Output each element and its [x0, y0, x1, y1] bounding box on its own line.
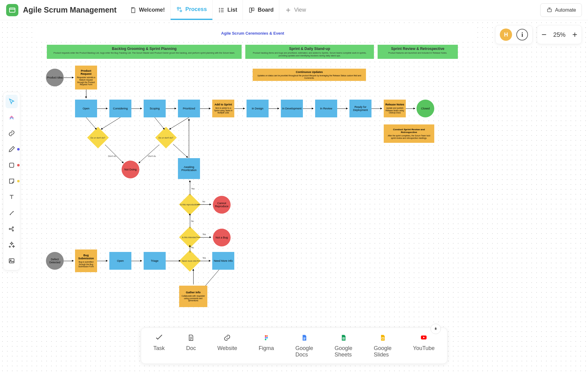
arrow	[303, 108, 313, 109]
info-button[interactable]: i	[516, 29, 528, 40]
node-open: Open	[75, 100, 97, 117]
dock-figma[interactable]: Figma	[258, 333, 274, 358]
svg-rect-0	[9, 8, 15, 12]
label-dont1: Don't do	[108, 155, 116, 157]
diagram-title: Agile Scrum Ceremonies & Event	[221, 31, 284, 36]
arrow	[166, 261, 180, 261]
svg-point-28	[265, 339, 266, 340]
node-notbug: Not a Bug	[213, 229, 231, 246]
svg-point-12	[12, 230, 13, 231]
node-in-dev: In Development	[281, 100, 303, 117]
svg-rect-13	[9, 259, 14, 263]
arrow	[190, 214, 190, 228]
tabs: Welcome! Process List Board View	[124, 0, 312, 20]
svg-point-10	[9, 228, 10, 230]
svg-point-25	[266, 335, 268, 337]
svg-line-21	[173, 144, 188, 158]
avatar[interactable]: H	[500, 29, 512, 41]
shape-tool[interactable]	[6, 158, 18, 172]
svg-line-15	[86, 117, 96, 129]
svg-rect-6	[250, 8, 251, 12]
zoom-in-button[interactable]: +	[572, 30, 577, 39]
page-title: Agile Scrum Management	[23, 6, 117, 14]
tab-add-view[interactable]: View	[279, 0, 311, 20]
svg-rect-8	[547, 9, 551, 12]
pin-button[interactable]	[430, 324, 441, 334]
label-no: No	[202, 200, 205, 203]
arrow	[198, 204, 211, 205]
zoom-value: 25%	[553, 31, 566, 38]
dock-doc[interactable]: Doc	[186, 333, 196, 358]
arrow	[269, 108, 279, 109]
dock-gsheets[interactable]: Google Sheets	[334, 333, 352, 358]
diagram-title-area: Agile Scrum Ceremonies & Event	[32, 26, 473, 40]
tab-list[interactable]: List	[213, 0, 243, 20]
node-triage: Triage	[144, 252, 166, 270]
node-awaiting: Awaiting Prioritization	[178, 158, 200, 179]
arrow	[234, 108, 245, 109]
zoom-out-button[interactable]: −	[541, 30, 546, 39]
arrow	[193, 269, 194, 284]
arrow	[131, 261, 142, 261]
svg-point-24	[265, 335, 266, 337]
automate-button[interactable]: Automate	[540, 3, 582, 17]
node-not-doing: Not Doing	[122, 161, 139, 178]
tab-welcome[interactable]: Welcome!	[124, 0, 171, 20]
dock-gdocs[interactable]: Google Docs	[295, 333, 313, 358]
task-icon	[155, 333, 163, 342]
phase-sprint: Sprint & Daily Stand-up Product backlog …	[245, 45, 374, 59]
clickup-tool[interactable]	[6, 111, 18, 124]
svg-point-27	[266, 337, 268, 339]
sticky-tool[interactable]	[6, 174, 18, 188]
arrow	[86, 89, 86, 98]
arrow	[198, 261, 210, 261]
node-cannot: Cannot Reproduce	[213, 196, 231, 214]
text-tool[interactable]	[6, 190, 18, 204]
arrow	[166, 108, 176, 109]
connector-tool[interactable]	[6, 206, 18, 220]
ai-tool[interactable]	[6, 238, 18, 252]
node-scoping: Scoping	[144, 100, 166, 117]
node-closed: Closed	[417, 100, 434, 117]
dock-website[interactable]: Website	[217, 333, 237, 358]
automate-label: Automate	[555, 7, 576, 13]
arrow	[190, 245, 190, 253]
select-tool[interactable]	[6, 95, 18, 108]
link-icon	[223, 333, 232, 342]
arrow	[64, 261, 74, 261]
label-yes3: Yes	[202, 257, 206, 259]
svg-rect-9	[9, 163, 14, 167]
image-tool[interactable]	[6, 254, 18, 268]
zoom-control: − 25% +	[537, 25, 582, 44]
arrow	[97, 261, 107, 261]
node-product-request: Product Request Requester submits a feat…	[75, 66, 97, 89]
dock-gslides[interactable]: Google Slides	[374, 333, 392, 358]
tab-board[interactable]: Board	[243, 0, 279, 20]
svg-point-4	[219, 10, 220, 10]
svg-point-3	[219, 8, 220, 9]
node-prioritized: Prioritized	[178, 100, 200, 117]
organize-tool[interactable]	[6, 222, 18, 236]
link-tool[interactable]	[6, 127, 18, 140]
node-diamond2: Do or don't do?	[155, 127, 177, 149]
arrow	[97, 108, 107, 109]
label-dont2: Don't do	[148, 155, 156, 157]
svg-point-5	[219, 11, 220, 12]
node-retro: Conduct Sprint Review and Retrospective …	[384, 124, 434, 143]
label-yes2: Yes	[202, 233, 206, 235]
canvas[interactable]: Agile Scrum Ceremonies & Event Backlog G…	[0, 20, 588, 373]
dock-youtube[interactable]: YouTube	[413, 333, 435, 358]
arrow	[200, 108, 210, 109]
node-product-idea: Product Idea	[46, 69, 64, 86]
svg-line-19	[169, 117, 189, 129]
tab-label: View	[294, 7, 306, 13]
pen-tool[interactable]	[6, 143, 18, 156]
dock-task[interactable]: Task	[153, 333, 165, 358]
node-in-design: In Design	[247, 100, 269, 117]
node-considering: Considering	[109, 100, 131, 117]
gsheets-icon	[339, 333, 348, 342]
svg-point-11	[12, 227, 13, 228]
diagram: Agile Scrum Ceremonies & Event Backlog G…	[32, 26, 473, 351]
tab-label: Welcome!	[139, 7, 165, 13]
tab-process[interactable]: Process	[171, 0, 213, 20]
